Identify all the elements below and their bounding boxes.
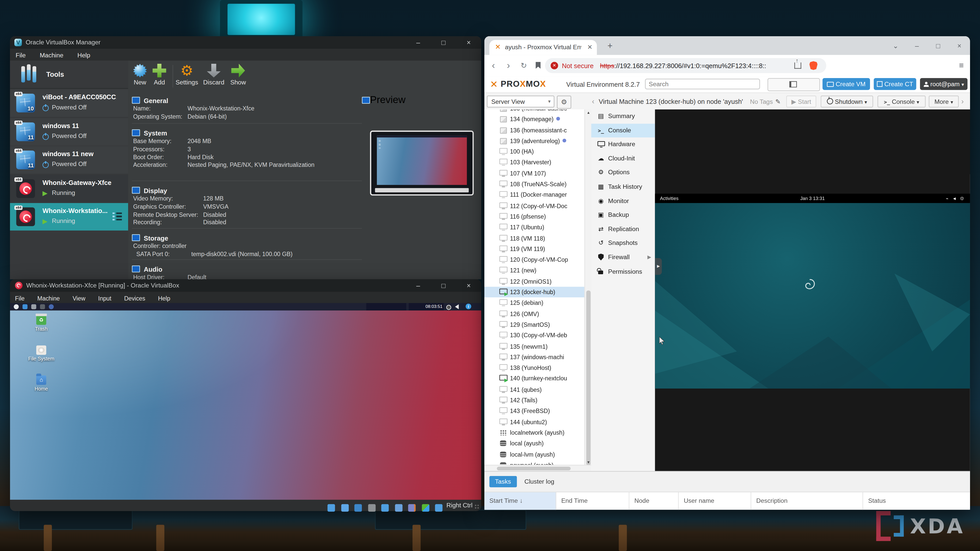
column-start-time[interactable]: Start Time ↓ [484,492,556,510]
tree-item[interactable]: 136 (homeassistant-c [484,125,584,135]
scrollbar-thumb[interactable] [497,467,571,470]
tree-item[interactable]: 141 (qubes) [484,384,584,395]
tree-item[interactable]: 135 (newvm1) [484,341,584,351]
display-status-icon[interactable] [381,504,389,511]
network-status-icon[interactable] [355,504,362,511]
maximize-button[interactable]: □ [432,280,455,292]
close-button[interactable]: × [458,280,480,292]
menu-item-options[interactable]: Options [591,166,655,180]
tree-item[interactable]: 134 (homepage) [484,114,584,124]
app-window-icon[interactable] [40,304,45,310]
network-activity-icon[interactable] [422,504,429,511]
browser-menu-icon[interactable]: ≡ [959,55,964,76]
titlebar[interactable]: V Oracle VirtualBox Manager – □ × [10,36,481,49]
shutdown-button[interactable]: Shutdown [821,96,873,108]
tab-cluster-log[interactable]: Cluster log [520,472,558,492]
menu-item-console[interactable]: Console [591,124,655,138]
tree-item[interactable]: local (ayush) [484,438,584,449]
tree-item[interactable]: 126 (OMV) [484,308,584,319]
resize-grip[interactable] [474,504,479,509]
desktop-icon-filesystem[interactable]: File System [27,345,55,362]
tree-item[interactable]: 118 (VM 118) [484,233,584,243]
menu-item-replication[interactable]: Replication [591,222,655,236]
vm-list-item[interactable]: x6410 viBoot - A9EACC050CCA25... Powered… [10,89,128,117]
menu-item-task-history[interactable]: Task History [591,180,655,194]
scroll-up-icon[interactable]: ▲ [585,110,592,116]
vm-list-item[interactable]: x6411 windows 11 new Powered Off [10,146,128,174]
tree-item-selected[interactable]: 123 (docker-hub) [484,287,584,297]
close-button[interactable]: × [949,36,970,55]
vm-list-item-selected[interactable]: x64 Whonix-Workstatio... Running [10,203,128,230]
column-description[interactable]: Description [751,492,863,510]
brave-shield-icon[interactable] [809,61,818,70]
tree-item[interactable]: 122 (OmniOS1) [484,276,584,287]
maximize-button[interactable]: □ [928,36,948,55]
scroll-down-icon[interactable]: ▼ [585,459,592,465]
forward-icon[interactable]: › [507,55,510,76]
tree-item[interactable]: 116 (pfsense) [484,211,584,222]
panel-forward-chevron-icon[interactable]: › [961,93,964,110]
vm-list-item[interactable]: x6411 windows 11 Powered Off [10,118,128,145]
tree-item[interactable]: 117 (Ubuntu) [484,222,584,233]
menu-file[interactable]: File [10,293,30,304]
no-tags-label[interactable]: No Tags [750,93,781,110]
minimize-button[interactable]: – [407,37,430,49]
documentation-button[interactable]: Documentation [767,78,820,91]
recording-status-icon[interactable] [395,504,402,511]
system-tray-icons[interactable]: ⌁ ◄ ⏼ [946,194,965,203]
tree-horizontal-scrollbar[interactable] [484,465,591,472]
tree-item[interactable]: local-lvm (ayush) [484,449,584,460]
features-status-icon[interactable] [408,504,415,511]
tree-item[interactable]: 130 (Copy-of-VM-deb [484,330,584,341]
tools-item[interactable]: Tools [10,61,128,89]
console-sidebar-toggle[interactable]: ▶ [655,258,662,275]
back-icon[interactable]: ‹ [492,55,495,76]
tree-item[interactable]: 121 (new) [484,265,584,276]
vnc-console[interactable]: Activities Jan 3 13:31 ⌁ ◄ ⏼ ▶ [655,110,970,472]
discard-button[interactable]: Discard [201,64,226,86]
menu-machine[interactable]: Machine [34,49,69,61]
scrollbar-thumb[interactable] [586,291,590,465]
tree-item[interactable]: 139 (adventurelog) [484,135,584,146]
tree-item[interactable]: 140 (turnkey-nextclou [484,373,584,384]
share-icon[interactable] [794,62,801,68]
menu-item-monitor[interactable]: Monitor [591,194,655,208]
server-view-select[interactable]: Server View [487,96,554,108]
tree-item[interactable]: 129 (SmartOS) [484,319,584,330]
guest-display[interactable]: Activities Jan 3 13:31 ⌁ ◄ ⏼ [655,194,970,389]
vm-list-item[interactable]: x64 Whonix-Gateway-Xfce Running [10,175,128,202]
menu-help[interactable]: Help [153,293,175,304]
menu-help[interactable]: Help [72,49,96,61]
menu-input[interactable]: Input [93,293,116,304]
hard-disk-status-icon[interactable] [328,504,335,511]
guest-screen[interactable]: 08:03:51 i Trash File System Home [10,303,481,500]
tree-item[interactable]: 137 (windows-machi [484,351,584,362]
minimize-button[interactable]: – [906,36,928,55]
column-user-name[interactable]: User name [679,492,751,510]
column-status[interactable]: Status [863,492,970,510]
menu-view[interactable]: View [68,293,90,304]
tree-item[interactable]: 112 (Copy-of-VM-Doc [484,200,584,211]
whisker-menu-icon[interactable] [14,304,19,310]
reload-icon[interactable]: ↻ [520,55,527,76]
tab-tasks[interactable]: Tasks [490,476,517,487]
menu-item-snapshots[interactable]: Snapshots [591,237,655,251]
panel-back-chevron-icon[interactable]: ‹ [592,93,594,110]
volume-icon[interactable] [455,304,459,310]
tree-item[interactable]: 107 (VM 107) [484,168,584,179]
menu-item-firewall[interactable]: Firewall▶ [591,251,655,265]
file-manager-icon[interactable] [22,304,27,310]
tree-item[interactable]: 138 (YunoHost) [484,362,584,373]
user-menu-button[interactable]: root@pam [920,78,967,90]
menu-item-backup[interactable]: Backup [591,208,655,222]
create-ct-button[interactable]: Create CT [874,78,916,90]
minimize-button[interactable]: – [407,280,430,292]
add-vm-button[interactable]: Add [147,64,172,86]
bookmark-icon[interactable] [536,62,541,68]
shared-folders-status-icon[interactable] [368,504,375,511]
titlebar[interactable]: Whonix-Workstation-Xfce [Running] - Orac… [10,279,481,292]
gnome-clock[interactable]: Jan 3 13:31 [655,194,970,203]
tree-item[interactable]: 133 (heimdall-dashbo [484,110,584,114]
search-input[interactable] [645,79,760,89]
guest-desktop[interactable]: Trash File System Home [10,310,481,500]
